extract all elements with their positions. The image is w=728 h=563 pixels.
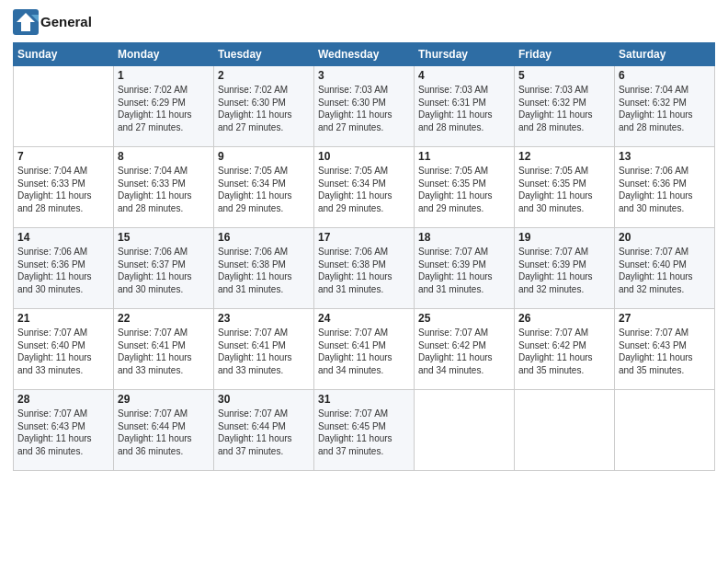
calendar-cell: 25Sunrise: 7:07 AMSunset: 6:42 PMDayligh… bbox=[415, 309, 515, 390]
day-number: 21 bbox=[17, 312, 109, 325]
calendar-cell: 9Sunrise: 7:05 AMSunset: 6:34 PMDaylight… bbox=[214, 147, 314, 228]
calendar-cell: 28Sunrise: 7:07 AMSunset: 6:43 PMDayligh… bbox=[14, 390, 114, 471]
cell-info: Sunrise: 7:05 AMSunset: 6:35 PMDaylight:… bbox=[418, 165, 510, 214]
calendar-cell bbox=[615, 390, 715, 471]
cell-info: Sunrise: 7:06 AMSunset: 6:38 PMDaylight:… bbox=[318, 246, 410, 295]
day-header-wednesday: Wednesday bbox=[314, 43, 415, 66]
day-number: 10 bbox=[318, 150, 410, 163]
calendar-cell: 1Sunrise: 7:02 AMSunset: 6:29 PMDaylight… bbox=[114, 66, 214, 147]
logo-icon bbox=[13, 9, 39, 35]
cell-info: Sunrise: 7:06 AMSunset: 6:36 PMDaylight:… bbox=[619, 165, 711, 214]
calendar-cell bbox=[415, 390, 515, 471]
calendar-cell: 11Sunrise: 7:05 AMSunset: 6:35 PMDayligh… bbox=[415, 147, 515, 228]
day-number: 30 bbox=[218, 393, 310, 406]
calendar-cell: 23Sunrise: 7:07 AMSunset: 6:41 PMDayligh… bbox=[214, 309, 314, 390]
cell-info: Sunrise: 7:07 AMSunset: 6:41 PMDaylight:… bbox=[318, 327, 410, 376]
logo-text: General bbox=[40, 14, 92, 30]
calendar-cell: 15Sunrise: 7:06 AMSunset: 6:37 PMDayligh… bbox=[114, 228, 214, 309]
calendar-cell: 21Sunrise: 7:07 AMSunset: 6:40 PMDayligh… bbox=[14, 309, 114, 390]
day-header-saturday: Saturday bbox=[615, 43, 715, 66]
day-number: 13 bbox=[619, 150, 711, 163]
calendar-cell: 3Sunrise: 7:03 AMSunset: 6:30 PMDaylight… bbox=[314, 66, 415, 147]
day-number: 3 bbox=[318, 69, 410, 82]
cell-info: Sunrise: 7:07 AMSunset: 6:43 PMDaylight:… bbox=[17, 408, 109, 457]
day-header-friday: Friday bbox=[515, 43, 615, 66]
cell-info: Sunrise: 7:07 AMSunset: 6:39 PMDaylight:… bbox=[518, 246, 610, 295]
calendar-cell: 18Sunrise: 7:07 AMSunset: 6:39 PMDayligh… bbox=[415, 228, 515, 309]
calendar-cell: 4Sunrise: 7:03 AMSunset: 6:31 PMDaylight… bbox=[415, 66, 515, 147]
calendar-cell: 5Sunrise: 7:03 AMSunset: 6:32 PMDaylight… bbox=[515, 66, 615, 147]
calendar-cell: 20Sunrise: 7:07 AMSunset: 6:40 PMDayligh… bbox=[615, 228, 715, 309]
week-row-2: 7Sunrise: 7:04 AMSunset: 6:33 PMDaylight… bbox=[14, 147, 715, 228]
logo: General bbox=[13, 9, 92, 35]
cell-info: Sunrise: 7:07 AMSunset: 6:43 PMDaylight:… bbox=[619, 327, 711, 376]
day-number: 16 bbox=[218, 231, 310, 244]
cell-info: Sunrise: 7:06 AMSunset: 6:37 PMDaylight:… bbox=[118, 246, 210, 295]
day-number: 19 bbox=[518, 231, 610, 244]
header: General bbox=[13, 9, 715, 35]
day-number: 9 bbox=[218, 150, 310, 163]
calendar-cell: 6Sunrise: 7:04 AMSunset: 6:32 PMDaylight… bbox=[615, 66, 715, 147]
calendar-cell: 29Sunrise: 7:07 AMSunset: 6:44 PMDayligh… bbox=[114, 390, 214, 471]
cell-info: Sunrise: 7:07 AMSunset: 6:45 PMDaylight:… bbox=[318, 408, 410, 457]
day-number: 24 bbox=[318, 312, 410, 325]
day-number: 15 bbox=[118, 231, 210, 244]
cell-info: Sunrise: 7:02 AMSunset: 6:30 PMDaylight:… bbox=[218, 84, 310, 133]
day-number: 20 bbox=[619, 231, 711, 244]
calendar-cell: 27Sunrise: 7:07 AMSunset: 6:43 PMDayligh… bbox=[615, 309, 715, 390]
cell-info: Sunrise: 7:07 AMSunset: 6:40 PMDaylight:… bbox=[619, 246, 711, 295]
day-number: 2 bbox=[218, 69, 310, 82]
calendar-cell: 7Sunrise: 7:04 AMSunset: 6:33 PMDaylight… bbox=[14, 147, 114, 228]
calendar-cell: 17Sunrise: 7:06 AMSunset: 6:38 PMDayligh… bbox=[314, 228, 415, 309]
day-number: 28 bbox=[17, 393, 109, 406]
cell-info: Sunrise: 7:04 AMSunset: 6:33 PMDaylight:… bbox=[118, 165, 210, 214]
cell-info: Sunrise: 7:04 AMSunset: 6:32 PMDaylight:… bbox=[619, 84, 711, 133]
page-container: General SundayMondayTuesdayWednesdayThur… bbox=[0, 0, 728, 480]
calendar-cell: 22Sunrise: 7:07 AMSunset: 6:41 PMDayligh… bbox=[114, 309, 214, 390]
day-header-tuesday: Tuesday bbox=[214, 43, 314, 66]
cell-info: Sunrise: 7:03 AMSunset: 6:32 PMDaylight:… bbox=[518, 84, 610, 133]
calendar-table: SundayMondayTuesdayWednesdayThursdayFrid… bbox=[13, 42, 715, 471]
day-number: 27 bbox=[619, 312, 711, 325]
cell-info: Sunrise: 7:07 AMSunset: 6:41 PMDaylight:… bbox=[118, 327, 210, 376]
cell-info: Sunrise: 7:05 AMSunset: 6:34 PMDaylight:… bbox=[318, 165, 410, 214]
day-number: 12 bbox=[518, 150, 610, 163]
day-number: 25 bbox=[418, 312, 510, 325]
calendar-cell: 14Sunrise: 7:06 AMSunset: 6:36 PMDayligh… bbox=[14, 228, 114, 309]
week-row-4: 21Sunrise: 7:07 AMSunset: 6:40 PMDayligh… bbox=[14, 309, 715, 390]
day-number: 22 bbox=[118, 312, 210, 325]
cell-info: Sunrise: 7:06 AMSunset: 6:36 PMDaylight:… bbox=[17, 246, 109, 295]
cell-info: Sunrise: 7:07 AMSunset: 6:42 PMDaylight:… bbox=[418, 327, 510, 376]
day-number: 14 bbox=[17, 231, 109, 244]
cell-info: Sunrise: 7:07 AMSunset: 6:44 PMDaylight:… bbox=[118, 408, 210, 457]
cell-info: Sunrise: 7:07 AMSunset: 6:42 PMDaylight:… bbox=[518, 327, 610, 376]
cell-info: Sunrise: 7:06 AMSunset: 6:38 PMDaylight:… bbox=[218, 246, 310, 295]
week-row-5: 28Sunrise: 7:07 AMSunset: 6:43 PMDayligh… bbox=[14, 390, 715, 471]
calendar-cell: 30Sunrise: 7:07 AMSunset: 6:44 PMDayligh… bbox=[214, 390, 314, 471]
cell-info: Sunrise: 7:03 AMSunset: 6:31 PMDaylight:… bbox=[418, 84, 510, 133]
day-number: 17 bbox=[318, 231, 410, 244]
calendar-cell: 8Sunrise: 7:04 AMSunset: 6:33 PMDaylight… bbox=[114, 147, 214, 228]
day-number: 31 bbox=[318, 393, 410, 406]
cell-info: Sunrise: 7:07 AMSunset: 6:44 PMDaylight:… bbox=[218, 408, 310, 457]
cell-info: Sunrise: 7:02 AMSunset: 6:29 PMDaylight:… bbox=[118, 84, 210, 133]
calendar-cell: 13Sunrise: 7:06 AMSunset: 6:36 PMDayligh… bbox=[615, 147, 715, 228]
week-row-1: 1Sunrise: 7:02 AMSunset: 6:29 PMDaylight… bbox=[14, 66, 715, 147]
day-number: 29 bbox=[118, 393, 210, 406]
day-header-thursday: Thursday bbox=[415, 43, 515, 66]
day-header-sunday: Sunday bbox=[14, 43, 114, 66]
calendar-cell: 2Sunrise: 7:02 AMSunset: 6:30 PMDaylight… bbox=[214, 66, 314, 147]
cell-info: Sunrise: 7:07 AMSunset: 6:39 PMDaylight:… bbox=[418, 246, 510, 295]
calendar-cell: 24Sunrise: 7:07 AMSunset: 6:41 PMDayligh… bbox=[314, 309, 415, 390]
day-number: 7 bbox=[17, 150, 109, 163]
cell-info: Sunrise: 7:07 AMSunset: 6:40 PMDaylight:… bbox=[17, 327, 109, 376]
day-number: 26 bbox=[518, 312, 610, 325]
day-number: 8 bbox=[118, 150, 210, 163]
cell-info: Sunrise: 7:03 AMSunset: 6:30 PMDaylight:… bbox=[318, 84, 410, 133]
week-row-3: 14Sunrise: 7:06 AMSunset: 6:36 PMDayligh… bbox=[14, 228, 715, 309]
calendar-cell bbox=[515, 390, 615, 471]
calendar-cell: 12Sunrise: 7:05 AMSunset: 6:35 PMDayligh… bbox=[515, 147, 615, 228]
cell-info: Sunrise: 7:04 AMSunset: 6:33 PMDaylight:… bbox=[17, 165, 109, 214]
calendar-cell: 31Sunrise: 7:07 AMSunset: 6:45 PMDayligh… bbox=[314, 390, 415, 471]
day-number: 5 bbox=[518, 69, 610, 82]
